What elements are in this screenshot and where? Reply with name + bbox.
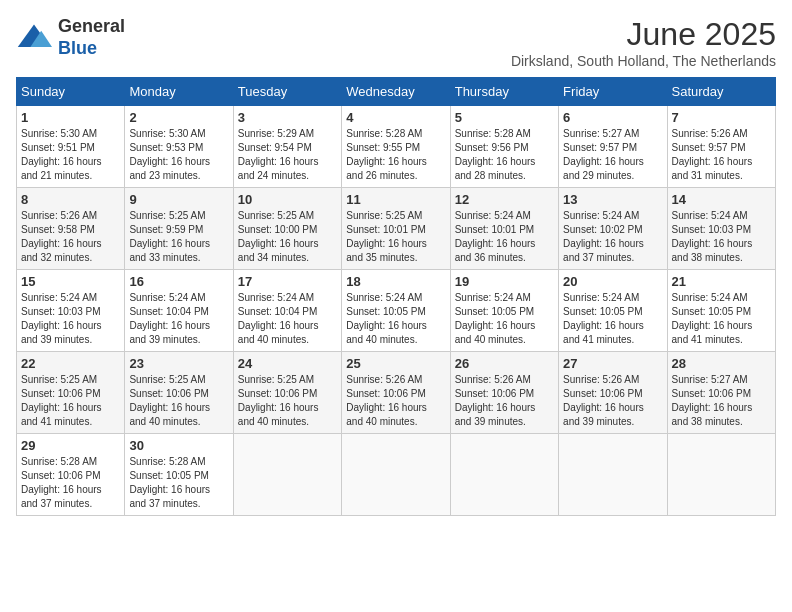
day-info: Sunrise: 5:28 AMSunset: 9:56 PMDaylight:… — [455, 128, 536, 181]
day-info: Sunrise: 5:24 AMSunset: 10:04 PMDaylight… — [129, 292, 210, 345]
calendar-week-row: 15 Sunrise: 5:24 AMSunset: 10:03 PMDayli… — [17, 270, 776, 352]
calendar-day-cell: 29 Sunrise: 5:28 AMSunset: 10:06 PMDayli… — [17, 434, 125, 516]
day-info: Sunrise: 5:24 AMSunset: 10:05 PMDaylight… — [346, 292, 427, 345]
day-number: 16 — [129, 274, 228, 289]
day-info: Sunrise: 5:24 AMSunset: 10:05 PMDaylight… — [563, 292, 644, 345]
day-number: 11 — [346, 192, 445, 207]
day-number: 17 — [238, 274, 337, 289]
header: General Blue June 2025 Dirksland, South … — [16, 16, 776, 69]
empty-cell — [559, 434, 667, 516]
day-number: 23 — [129, 356, 228, 371]
calendar-day-cell: 14 Sunrise: 5:24 AMSunset: 10:03 PMDayli… — [667, 188, 775, 270]
empty-cell — [342, 434, 450, 516]
day-info: Sunrise: 5:24 AMSunset: 10:01 PMDaylight… — [455, 210, 536, 263]
calendar-day-cell: 11 Sunrise: 5:25 AMSunset: 10:01 PMDayli… — [342, 188, 450, 270]
calendar-day-cell: 8 Sunrise: 5:26 AMSunset: 9:58 PMDayligh… — [17, 188, 125, 270]
calendar-week-row: 29 Sunrise: 5:28 AMSunset: 10:06 PMDayli… — [17, 434, 776, 516]
day-info: Sunrise: 5:26 AMSunset: 9:58 PMDaylight:… — [21, 210, 102, 263]
day-info: Sunrise: 5:25 AMSunset: 10:06 PMDaylight… — [129, 374, 210, 427]
calendar-day-cell: 4 Sunrise: 5:28 AMSunset: 9:55 PMDayligh… — [342, 106, 450, 188]
day-number: 22 — [21, 356, 120, 371]
day-number: 18 — [346, 274, 445, 289]
empty-cell — [233, 434, 341, 516]
logo: General Blue — [16, 16, 125, 59]
logo-icon — [16, 20, 52, 56]
calendar-day-cell: 21 Sunrise: 5:24 AMSunset: 10:05 PMDayli… — [667, 270, 775, 352]
calendar-week-row: 8 Sunrise: 5:26 AMSunset: 9:58 PMDayligh… — [17, 188, 776, 270]
day-number: 24 — [238, 356, 337, 371]
day-number: 13 — [563, 192, 662, 207]
calendar-day-cell: 17 Sunrise: 5:24 AMSunset: 10:04 PMDayli… — [233, 270, 341, 352]
day-info: Sunrise: 5:25 AMSunset: 10:00 PMDaylight… — [238, 210, 319, 263]
day-info: Sunrise: 5:26 AMSunset: 10:06 PMDaylight… — [346, 374, 427, 427]
header-thursday: Thursday — [450, 78, 558, 106]
calendar-day-cell: 28 Sunrise: 5:27 AMSunset: 10:06 PMDayli… — [667, 352, 775, 434]
day-info: Sunrise: 5:27 AMSunset: 9:57 PMDaylight:… — [563, 128, 644, 181]
day-number: 3 — [238, 110, 337, 125]
day-number: 9 — [129, 192, 228, 207]
calendar-day-cell: 10 Sunrise: 5:25 AMSunset: 10:00 PMDayli… — [233, 188, 341, 270]
header-friday: Friday — [559, 78, 667, 106]
day-number: 15 — [21, 274, 120, 289]
day-info: Sunrise: 5:26 AMSunset: 10:06 PMDaylight… — [563, 374, 644, 427]
day-number: 4 — [346, 110, 445, 125]
calendar-day-cell: 13 Sunrise: 5:24 AMSunset: 10:02 PMDayli… — [559, 188, 667, 270]
day-info: Sunrise: 5:24 AMSunset: 10:05 PMDaylight… — [672, 292, 753, 345]
calendar-day-cell: 26 Sunrise: 5:26 AMSunset: 10:06 PMDayli… — [450, 352, 558, 434]
day-info: Sunrise: 5:24 AMSunset: 10:03 PMDaylight… — [672, 210, 753, 263]
calendar-day-cell: 18 Sunrise: 5:24 AMSunset: 10:05 PMDayli… — [342, 270, 450, 352]
calendar-day-cell: 22 Sunrise: 5:25 AMSunset: 10:06 PMDayli… — [17, 352, 125, 434]
calendar-day-cell: 3 Sunrise: 5:29 AMSunset: 9:54 PMDayligh… — [233, 106, 341, 188]
calendar-day-cell: 20 Sunrise: 5:24 AMSunset: 10:05 PMDayli… — [559, 270, 667, 352]
day-number: 25 — [346, 356, 445, 371]
day-number: 6 — [563, 110, 662, 125]
empty-cell — [667, 434, 775, 516]
day-number: 27 — [563, 356, 662, 371]
day-number: 21 — [672, 274, 771, 289]
calendar-table: Sunday Monday Tuesday Wednesday Thursday… — [16, 77, 776, 516]
day-info: Sunrise: 5:25 AMSunset: 9:59 PMDaylight:… — [129, 210, 210, 263]
day-info: Sunrise: 5:25 AMSunset: 10:01 PMDaylight… — [346, 210, 427, 263]
day-number: 12 — [455, 192, 554, 207]
header-wednesday: Wednesday — [342, 78, 450, 106]
day-number: 20 — [563, 274, 662, 289]
day-number: 30 — [129, 438, 228, 453]
day-info: Sunrise: 5:28 AMSunset: 9:55 PMDaylight:… — [346, 128, 427, 181]
day-info: Sunrise: 5:24 AMSunset: 10:04 PMDaylight… — [238, 292, 319, 345]
calendar-day-cell: 6 Sunrise: 5:27 AMSunset: 9:57 PMDayligh… — [559, 106, 667, 188]
calendar-day-cell: 24 Sunrise: 5:25 AMSunset: 10:06 PMDayli… — [233, 352, 341, 434]
day-info: Sunrise: 5:30 AMSunset: 9:53 PMDaylight:… — [129, 128, 210, 181]
empty-cell — [450, 434, 558, 516]
calendar-day-cell: 1 Sunrise: 5:30 AMSunset: 9:51 PMDayligh… — [17, 106, 125, 188]
calendar-day-cell: 23 Sunrise: 5:25 AMSunset: 10:06 PMDayli… — [125, 352, 233, 434]
day-number: 8 — [21, 192, 120, 207]
logo-blue: Blue — [58, 38, 97, 58]
calendar-day-cell: 25 Sunrise: 5:26 AMSunset: 10:06 PMDayli… — [342, 352, 450, 434]
month-title: June 2025 — [511, 16, 776, 53]
calendar-day-cell: 7 Sunrise: 5:26 AMSunset: 9:57 PMDayligh… — [667, 106, 775, 188]
day-info: Sunrise: 5:28 AMSunset: 10:06 PMDaylight… — [21, 456, 102, 509]
day-number: 28 — [672, 356, 771, 371]
day-number: 1 — [21, 110, 120, 125]
calendar-day-cell: 12 Sunrise: 5:24 AMSunset: 10:01 PMDayli… — [450, 188, 558, 270]
day-number: 2 — [129, 110, 228, 125]
weekday-header-row: Sunday Monday Tuesday Wednesday Thursday… — [17, 78, 776, 106]
day-number: 26 — [455, 356, 554, 371]
day-number: 7 — [672, 110, 771, 125]
day-info: Sunrise: 5:26 AMSunset: 10:06 PMDaylight… — [455, 374, 536, 427]
header-sunday: Sunday — [17, 78, 125, 106]
logo-text: General Blue — [58, 16, 125, 59]
header-tuesday: Tuesday — [233, 78, 341, 106]
day-info: Sunrise: 5:24 AMSunset: 10:02 PMDaylight… — [563, 210, 644, 263]
calendar-day-cell: 9 Sunrise: 5:25 AMSunset: 9:59 PMDayligh… — [125, 188, 233, 270]
header-monday: Monday — [125, 78, 233, 106]
day-info: Sunrise: 5:29 AMSunset: 9:54 PMDaylight:… — [238, 128, 319, 181]
calendar-day-cell: 2 Sunrise: 5:30 AMSunset: 9:53 PMDayligh… — [125, 106, 233, 188]
day-info: Sunrise: 5:30 AMSunset: 9:51 PMDaylight:… — [21, 128, 102, 181]
day-info: Sunrise: 5:24 AMSunset: 10:03 PMDaylight… — [21, 292, 102, 345]
calendar-week-row: 1 Sunrise: 5:30 AMSunset: 9:51 PMDayligh… — [17, 106, 776, 188]
day-info: Sunrise: 5:26 AMSunset: 9:57 PMDaylight:… — [672, 128, 753, 181]
day-number: 19 — [455, 274, 554, 289]
day-number: 29 — [21, 438, 120, 453]
calendar-day-cell: 27 Sunrise: 5:26 AMSunset: 10:06 PMDayli… — [559, 352, 667, 434]
